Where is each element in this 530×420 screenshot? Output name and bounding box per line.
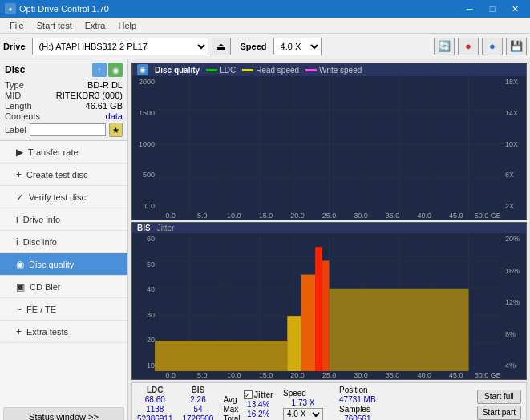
write-legend-color — [305, 69, 317, 71]
sidebar-item-extra-tests[interactable]: + Extra tests — [0, 321, 127, 343]
menu-start-test[interactable]: Start test — [30, 19, 79, 32]
disc-type-label: Type — [5, 80, 24, 90]
nav-label-disc-quality: Disc quality — [29, 260, 74, 269]
drive-toolbar: Drive (H:) ATAPI iHBS312 2 PL17 ⏏ Speed … — [0, 34, 530, 59]
chart-bis-y-axis-right: 20% 16% 12% 8% 4% — [504, 233, 526, 371]
disc-icon2[interactable]: ◉ — [108, 63, 123, 77]
refresh-button[interactable]: 🔄 — [434, 38, 455, 55]
sidebar-item-create-test-disc[interactable]: + Create test disc — [0, 164, 127, 186]
chart-bis-plot — [155, 233, 504, 371]
maximize-button[interactable]: □ — [482, 2, 503, 16]
menu-bar: File Start test Extra Help — [0, 18, 530, 34]
disc-type-value: BD-R DL — [87, 80, 123, 90]
drive-select[interactable]: (H:) ATAPI iHBS312 2 PL17 — [32, 38, 208, 55]
jitter-checkbox[interactable]: ✓ — [244, 390, 253, 399]
create-test-disc-icon: + — [16, 169, 22, 180]
svg-rect-30 — [301, 275, 315, 371]
chart-bis-title: BIS — [137, 224, 151, 232]
stats-samples-val: 760561 — [339, 414, 376, 420]
menu-extra[interactable]: Extra — [79, 19, 112, 32]
chart-jitter-title: Jitter — [157, 224, 175, 232]
menu-help[interactable]: Help — [111, 19, 143, 32]
nav-label-extra-tests: Extra tests — [26, 327, 68, 337]
disc-length-label: Length — [5, 101, 32, 111]
nav-label-transfer-rate: Transfer rate — [28, 147, 79, 157]
chart-bis-x-axis: 0.0 5.0 10.0 15.0 20.0 25.0 30.0 35.0 40… — [132, 371, 526, 379]
stats-bis-max: 54 — [183, 405, 214, 414]
minimize-button[interactable]: ─ — [459, 2, 480, 16]
stats-bis-total: 1726500 — [183, 414, 214, 420]
sidebar-item-disc-info[interactable]: i Disc info — [0, 231, 127, 253]
sidebar-item-verify-test-disc[interactable]: ✓ Verify test disc — [0, 186, 127, 208]
disc-label-row: Label ★ — [5, 123, 123, 137]
sidebar-item-cd-bler[interactable]: ▣ CD Bler — [0, 276, 127, 298]
legend-ldc: LDC — [206, 66, 236, 75]
drive-info-icon: i — [16, 214, 18, 225]
blue-button[interactable]: ● — [482, 38, 503, 55]
app-icon: ● — [5, 3, 16, 14]
start-part-button[interactable]: Start part — [477, 406, 521, 420]
red-button[interactable]: ● — [458, 38, 479, 55]
chart-bis-header: BIS Jitter — [132, 223, 526, 233]
cd-bler-icon: ▣ — [16, 281, 25, 293]
nav-label-verify-test-disc: Verify test disc — [29, 192, 86, 202]
sidebar-item-fe-te[interactable]: ~ FE / TE — [0, 298, 127, 321]
save-button[interactable]: 💾 — [506, 38, 527, 55]
disc-panel: Disc ↑ ◉ Type BD-R DL MID RITEKDR3 (000)… — [0, 59, 127, 141]
verify-test-disc-icon: ✓ — [16, 192, 24, 203]
title-bar-controls: ─ □ ✕ — [459, 2, 525, 16]
title-bar-left: ● Opti Drive Control 1.70 — [5, 3, 109, 14]
stats-labels-col: Avg Max Total — [223, 386, 240, 420]
nav-label-disc-info: Disc info — [23, 237, 57, 247]
stats-bis-header: BIS — [183, 386, 214, 394]
svg-rect-28 — [155, 341, 287, 371]
disc-mid-value: RITEKDR3 (000) — [56, 91, 123, 100]
ldc-legend-color — [206, 69, 217, 71]
disc-contents-label: Contents — [5, 111, 40, 121]
svg-rect-31 — [315, 247, 322, 371]
stats-row: LDC 68.60 1138 52386911 BIS 2.26 54 1726… — [131, 382, 527, 420]
disc-mid-row: MID RITEKDR3 (000) — [5, 91, 123, 100]
chart-quality-plot — [155, 76, 504, 212]
stats-bis-avg: 2.26 — [183, 395, 214, 404]
write-legend-label: Write speed — [319, 66, 362, 75]
read-legend-color — [242, 69, 253, 71]
jitter-checkbox-row: ✓ Jitter — [244, 390, 273, 399]
sidebar-item-disc-quality[interactable]: ◉ Disc quality — [0, 253, 127, 276]
chart-quality-header: ◉ Disc quality LDC Read speed Write spee… — [132, 63, 526, 76]
svg-rect-29 — [287, 316, 301, 371]
svg-rect-33 — [330, 289, 469, 371]
stats-bis-col: BIS 2.26 54 1726500 — [183, 386, 214, 420]
disc-label-label: Label — [5, 125, 26, 135]
speed-label: Speed — [241, 42, 267, 51]
stats-avg-label: Avg — [223, 395, 240, 404]
stats-ldc-max: 1138 — [137, 405, 173, 414]
sidebar-item-transfer-rate[interactable]: ▶ Transfer rate — [0, 141, 127, 164]
chart-quality-title: Disc quality — [155, 66, 200, 75]
nav-items: ▶ Transfer rate + Create test disc ✓ Ver… — [0, 141, 127, 404]
chart-quality-content: 2000 1500 1000 500 0.0 — [132, 76, 526, 212]
disc-icon1[interactable]: ↑ — [92, 63, 107, 77]
disc-label-input[interactable] — [30, 123, 106, 136]
menu-file[interactable]: File — [3, 19, 30, 32]
sidebar: Disc ↑ ◉ Type BD-R DL MID RITEKDR3 (000)… — [0, 59, 128, 420]
stats-jitter-max: 16.2% — [244, 410, 273, 418]
chart-quality-y-axis-left: 2000 1500 1000 500 0.0 — [132, 76, 155, 212]
sidebar-item-drive-info[interactable]: i Drive info — [0, 208, 127, 231]
chart-quality-icon: ◉ — [137, 64, 148, 75]
stats-ldc-col: LDC 68.60 1138 52386911 — [137, 386, 173, 420]
status-window-button[interactable]: Status window >> — [3, 407, 124, 420]
eject-button[interactable]: ⏏ — [212, 38, 231, 55]
action-buttons: Start full Start part — [477, 390, 521, 420]
start-full-button[interactable]: Start full — [477, 390, 521, 404]
disc-label-button[interactable]: ★ — [109, 123, 123, 137]
speed-select[interactable]: 4.0 X — [273, 38, 322, 55]
close-button[interactable]: ✕ — [504, 2, 525, 16]
drive-label: Drive — [3, 42, 26, 51]
stats-position-val: 47731 MB — [339, 395, 376, 404]
app-title: Opti Drive Control 1.70 — [19, 4, 109, 14]
chart-bis-svg — [155, 233, 504, 371]
speed-select-stats[interactable]: 4.0 X — [283, 408, 323, 421]
stats-position-col: Position 47731 MB Samples 760561 — [339, 386, 376, 420]
main-layout: Disc ↑ ◉ Type BD-R DL MID RITEKDR3 (000)… — [0, 59, 530, 420]
